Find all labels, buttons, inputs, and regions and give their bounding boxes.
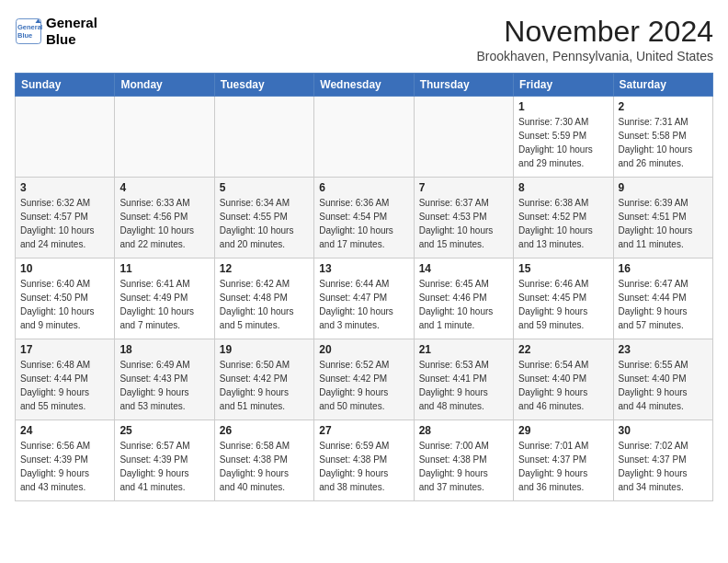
title-area: November 2024 Brookhaven, Pennsylvania, … [476,15,713,63]
day-number: 6 [319,181,408,194]
page-header: General Blue General Blue November 2024 … [15,15,713,63]
week-row-0: 1Sunrise: 7:30 AMSunset: 5:59 PMDaylight… [16,97,713,178]
location: Brookhaven, Pennsylvania, United States [476,49,713,63]
day-cell: 17Sunrise: 6:48 AMSunset: 4:44 PMDayligh… [16,339,115,420]
day-number: 27 [319,424,408,437]
day-info: Sunrise: 6:45 AMSunset: 4:46 PMDaylight:… [419,277,508,332]
day-info: Sunrise: 6:49 AMSunset: 4:43 PMDaylight:… [119,358,209,413]
day-number: 26 [220,424,309,437]
day-number: 13 [319,262,408,275]
header-cell-friday: Friday [514,74,613,97]
day-info: Sunrise: 6:50 AMSunset: 4:42 PMDaylight:… [220,358,309,413]
day-number: 17 [20,343,109,356]
day-cell: 14Sunrise: 6:45 AMSunset: 4:46 PMDayligh… [414,259,513,339]
day-number: 3 [20,181,109,194]
day-cell: 27Sunrise: 6:59 AMSunset: 4:38 PMDayligh… [314,420,414,501]
day-cell: 13Sunrise: 6:44 AMSunset: 4:47 PMDayligh… [314,259,414,339]
day-info: Sunrise: 7:02 AMSunset: 4:37 PMDaylight:… [619,439,708,494]
svg-text:Blue: Blue [17,31,32,40]
day-cell: 20Sunrise: 6:52 AMSunset: 4:42 PMDayligh… [314,339,414,420]
day-cell: 8Sunrise: 6:38 AMSunset: 4:52 PMDaylight… [514,178,613,259]
calendar-header: SundayMondayTuesdayWednesdayThursdayFrid… [16,74,713,97]
day-number: 15 [518,262,608,275]
day-info: Sunrise: 7:01 AMSunset: 4:37 PMDaylight:… [518,439,608,494]
day-cell: 15Sunrise: 6:46 AMSunset: 4:45 PMDayligh… [514,259,613,339]
day-number: 25 [119,424,209,437]
day-info: Sunrise: 6:41 AMSunset: 4:49 PMDaylight:… [119,277,209,332]
calendar-body: 1Sunrise: 7:30 AMSunset: 5:59 PMDaylight… [16,97,713,501]
day-cell: 28Sunrise: 7:00 AMSunset: 4:38 PMDayligh… [414,420,513,501]
logo: General Blue General Blue [15,15,97,48]
day-cell: 22Sunrise: 6:54 AMSunset: 4:40 PMDayligh… [514,339,613,420]
day-info: Sunrise: 6:59 AMSunset: 4:38 PMDaylight:… [319,439,408,494]
day-info: Sunrise: 6:58 AMSunset: 4:38 PMDaylight:… [220,439,309,494]
day-number: 12 [220,262,309,275]
day-number: 24 [20,424,109,437]
day-number: 23 [619,343,708,356]
day-info: Sunrise: 7:31 AMSunset: 5:58 PMDaylight:… [619,115,708,170]
day-cell [214,97,313,178]
day-cell [414,97,513,178]
day-cell: 16Sunrise: 6:47 AMSunset: 4:44 PMDayligh… [613,259,712,339]
header-cell-monday: Monday [115,74,214,97]
day-cell: 10Sunrise: 6:40 AMSunset: 4:50 PMDayligh… [16,259,115,339]
day-info: Sunrise: 6:39 AMSunset: 4:51 PMDaylight:… [619,196,708,251]
day-cell: 3Sunrise: 6:32 AMSunset: 4:57 PMDaylight… [16,178,115,259]
day-cell: 29Sunrise: 7:01 AMSunset: 4:37 PMDayligh… [514,420,613,501]
day-number: 11 [119,262,209,275]
day-number: 20 [319,343,408,356]
day-cell [115,97,214,178]
day-info: Sunrise: 6:48 AMSunset: 4:44 PMDaylight:… [20,358,109,413]
day-cell: 1Sunrise: 7:30 AMSunset: 5:59 PMDaylight… [514,97,613,178]
day-cell: 5Sunrise: 6:34 AMSunset: 4:55 PMDaylight… [214,178,313,259]
day-cell: 30Sunrise: 7:02 AMSunset: 4:37 PMDayligh… [613,420,712,501]
day-number: 21 [419,343,508,356]
day-cell [16,97,115,178]
day-info: Sunrise: 6:56 AMSunset: 4:39 PMDaylight:… [20,439,109,494]
day-number: 4 [119,181,209,194]
month-title: November 2024 [476,15,713,49]
day-number: 22 [518,343,608,356]
day-number: 8 [518,181,608,194]
header-cell-saturday: Saturday [613,74,712,97]
week-row-2: 10Sunrise: 6:40 AMSunset: 4:50 PMDayligh… [16,259,713,339]
day-number: 1 [518,100,608,113]
week-row-1: 3Sunrise: 6:32 AMSunset: 4:57 PMDaylight… [16,178,713,259]
day-cell: 7Sunrise: 6:37 AMSunset: 4:53 PMDaylight… [414,178,513,259]
day-cell: 26Sunrise: 6:58 AMSunset: 4:38 PMDayligh… [214,420,313,501]
day-number: 16 [619,262,708,275]
day-number: 30 [619,424,708,437]
day-info: Sunrise: 6:55 AMSunset: 4:40 PMDaylight:… [619,358,708,413]
day-number: 29 [518,424,608,437]
day-info: Sunrise: 7:00 AMSunset: 4:38 PMDaylight:… [419,439,508,494]
day-info: Sunrise: 6:57 AMSunset: 4:39 PMDaylight:… [119,439,209,494]
week-row-4: 24Sunrise: 6:56 AMSunset: 4:39 PMDayligh… [16,420,713,501]
day-cell: 21Sunrise: 6:53 AMSunset: 4:41 PMDayligh… [414,339,513,420]
day-info: Sunrise: 6:40 AMSunset: 4:50 PMDaylight:… [20,277,109,332]
day-number: 14 [419,262,508,275]
day-info: Sunrise: 6:54 AMSunset: 4:40 PMDaylight:… [518,358,608,413]
day-number: 7 [419,181,508,194]
day-info: Sunrise: 6:52 AMSunset: 4:42 PMDaylight:… [319,358,408,413]
day-info: Sunrise: 6:46 AMSunset: 4:45 PMDaylight:… [518,277,608,332]
day-cell: 9Sunrise: 6:39 AMSunset: 4:51 PMDaylight… [613,178,712,259]
logo-text: General Blue [46,15,97,48]
logo-icon: General Blue [15,17,42,45]
day-info: Sunrise: 6:37 AMSunset: 4:53 PMDaylight:… [419,196,508,251]
day-cell: 4Sunrise: 6:33 AMSunset: 4:56 PMDaylight… [115,178,214,259]
day-cell: 19Sunrise: 6:50 AMSunset: 4:42 PMDayligh… [214,339,313,420]
day-number: 9 [619,181,708,194]
day-cell [314,97,414,178]
svg-text:General: General [17,23,42,31]
week-row-3: 17Sunrise: 6:48 AMSunset: 4:44 PMDayligh… [16,339,713,420]
day-number: 2 [619,100,708,113]
day-cell: 11Sunrise: 6:41 AMSunset: 4:49 PMDayligh… [115,259,214,339]
day-info: Sunrise: 6:47 AMSunset: 4:44 PMDaylight:… [619,277,708,332]
day-cell: 2Sunrise: 7:31 AMSunset: 5:58 PMDaylight… [613,97,712,178]
day-number: 5 [220,181,309,194]
day-cell: 12Sunrise: 6:42 AMSunset: 4:48 PMDayligh… [214,259,313,339]
header-cell-tuesday: Tuesday [214,74,313,97]
day-number: 10 [20,262,109,275]
day-info: Sunrise: 6:42 AMSunset: 4:48 PMDaylight:… [220,277,309,332]
day-info: Sunrise: 7:30 AMSunset: 5:59 PMDaylight:… [518,115,608,170]
